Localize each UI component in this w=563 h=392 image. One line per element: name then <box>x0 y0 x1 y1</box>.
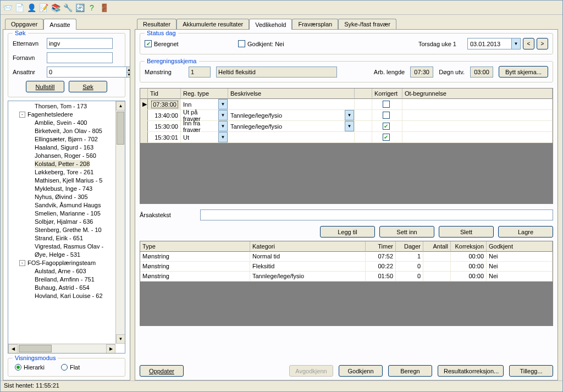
tab-ansatte[interactable]: Ansatte <box>43 19 76 30</box>
tree-item[interactable]: Øye, Helge - 531 <box>8 251 125 259</box>
tree-hscroll[interactable]: ◀ ▶ <box>8 344 115 353</box>
lagre-button[interactable]: Lagre <box>498 226 553 238</box>
tab-oppgaver[interactable]: Oppgaver <box>5 19 43 29</box>
radio-hierarki[interactable]: Hierarki <box>15 364 45 371</box>
chevron-down-icon[interactable]: ▼ <box>345 121 354 131</box>
tree-item[interactable]: -FOS-Fagopplæringsteam <box>8 259 125 267</box>
tree-item[interactable]: Thorsen, Tom - 173 <box>8 102 125 111</box>
tree-item[interactable]: Vigrestad, Rasmus Olav - <box>8 242 125 251</box>
user-icon[interactable]: 👤 <box>27 3 36 12</box>
tree-item[interactable]: Sandvik, Åsmund Haugs <box>8 201 125 209</box>
godkjent-checkbox[interactable]: Godkjent: Nei <box>238 40 418 47</box>
bytt-skjema-button[interactable]: Bytt skjema... <box>499 66 548 78</box>
tree-item[interactable]: Haaland, Sigurd - 163 <box>8 143 125 152</box>
tree-item[interactable]: Amblie, Svein - 400 <box>8 119 125 127</box>
beregn-button[interactable]: Beregn <box>388 365 432 377</box>
chevron-down-icon[interactable]: ▼ <box>345 110 354 120</box>
slett-button[interactable]: Slett <box>439 226 494 238</box>
tab-akkumulerte[interactable]: Akkumulerte resultater <box>176 19 249 29</box>
col2-godkjent[interactable]: Godkjent <box>487 241 553 252</box>
chevron-down-icon[interactable]: ▼ <box>218 99 228 109</box>
chevron-down-icon[interactable]: ▼ <box>218 110 228 120</box>
korrigert-checkbox[interactable]: ✔ <box>383 134 390 141</box>
col-regtype[interactable]: Reg. type <box>181 89 228 99</box>
regtype-combo[interactable]: Ut på fravær▼ <box>181 110 228 120</box>
etternavn-input[interactable] <box>47 38 113 49</box>
date-next-button[interactable]: > <box>537 38 548 49</box>
tree-item[interactable]: Stenberg, Grethe M. - 10 <box>8 226 125 234</box>
grid-row[interactable]: 15:30:01Ut▼✔ <box>140 132 553 143</box>
scroll-down-icon[interactable]: ▼ <box>116 334 125 344</box>
edit-form-icon[interactable]: 📝 <box>39 3 48 12</box>
col2-timer[interactable]: Timer <box>366 241 396 252</box>
ansattnr-spinner[interactable]: ▲▼ <box>126 67 130 78</box>
help-icon[interactable]: ? <box>87 3 96 12</box>
regtype-combo[interactable]: Ut▼ <box>181 132 228 142</box>
godkjenn-button[interactable]: Godkjenn <box>339 365 383 377</box>
exit-icon[interactable]: 🚪 <box>100 3 108 12</box>
wrench-icon[interactable]: 🔧 <box>63 3 72 12</box>
book-icon[interactable]: 📚 <box>51 3 60 12</box>
tree-item[interactable]: Hovland, Kari Louise - 62 <box>8 292 125 300</box>
nullstill-button[interactable]: Nullstill <box>26 81 64 92</box>
tree-item[interactable]: Johansen, Roger - 560 <box>8 152 125 160</box>
tab-resultater[interactable]: Resultater <box>137 19 176 29</box>
arsak-input[interactable] <box>200 209 553 220</box>
oppdater-button[interactable]: Oppdater <box>140 365 184 377</box>
beskrivelse-combo[interactable]: Tannlege/lege/fysio▼ <box>228 121 354 131</box>
tab-fravaersplan[interactable]: Fraværsplan <box>292 19 338 29</box>
beregnet-checkbox[interactable]: ✔Beregnet <box>145 40 238 47</box>
date-prev-button[interactable]: < <box>523 38 534 49</box>
fornavn-input[interactable] <box>47 52 113 63</box>
tree-item[interactable]: Strand, Eirik - 651 <box>8 234 125 242</box>
tree-item[interactable]: Smelien, Marianne - 105 <box>8 209 125 218</box>
new-icon[interactable]: 📄 <box>15 3 24 12</box>
summary-row[interactable]: MønstringFleksitid00:22000:00Nei <box>140 262 553 272</box>
tree-item[interactable]: Buhaug, Astrid - 654 <box>8 284 125 292</box>
scroll-right-icon[interactable]: ▶ <box>106 344 115 354</box>
korrigert-checkbox[interactable]: ✔ <box>383 123 390 130</box>
col2-korreksjon[interactable]: Korreksjon <box>451 241 487 252</box>
col-korrigert[interactable]: Korrigert <box>372 89 402 99</box>
ansattnr-input[interactable] <box>47 67 126 78</box>
tillegg-button[interactable]: Tillegg... <box>509 365 553 377</box>
summary-row[interactable]: MønstringTannlege/lege/fysio01:50000:00N… <box>140 272 553 281</box>
tree-item[interactable]: Myklebust, Inge - 743 <box>8 185 125 193</box>
tree-expand-icon[interactable]: - <box>19 260 25 266</box>
chevron-down-icon[interactable]: ▼ <box>511 38 521 49</box>
scroll-left-icon[interactable]: ◀ <box>8 344 18 354</box>
regtype-combo[interactable]: Inn▼ <box>181 99 228 109</box>
col2-dager[interactable]: Dager <box>396 241 423 252</box>
tree-item[interactable]: -Fagenhetsledere <box>8 111 125 119</box>
date-input[interactable] <box>467 38 511 49</box>
col2-kategori[interactable]: Kategori <box>250 241 366 252</box>
beskrivelse-combo[interactable]: Tannlege/lege/fysio▼ <box>228 110 354 120</box>
tree-item[interactable]: Breiland, Arnfinn - 751 <box>8 275 125 284</box>
chevron-down-icon[interactable]: ▼ <box>218 132 228 142</box>
settinn-button[interactable]: Sett inn <box>379 226 434 238</box>
radio-flat[interactable]: Flat <box>61 364 80 371</box>
tree-expand-icon[interactable]: - <box>19 112 25 118</box>
summary-row[interactable]: MønstringNormal tid07:52100:00Nei <box>140 252 553 262</box>
col-beskrivelse[interactable]: Beskrivelse <box>228 89 355 99</box>
tree-item[interactable]: Løkkeberg, Tore - 261 <box>8 168 125 176</box>
tree-item[interactable]: Mathisen, Kjell Marius - 5 <box>8 176 125 185</box>
tree-item[interactable]: Kolstad, Petter - 208 <box>8 160 125 168</box>
tree-item[interactable]: Aulstad, Arne - 603 <box>8 267 125 275</box>
mail-icon[interactable]: 📨 <box>3 3 12 12</box>
tab-vedlikehold[interactable]: Vedlikehold <box>249 19 292 30</box>
tree-vscroll[interactable]: ▲ ▼ <box>115 101 125 344</box>
col-tid[interactable]: Tid <box>148 89 181 99</box>
scroll-up-icon[interactable]: ▲ <box>116 101 125 111</box>
tab-sykefast[interactable]: Syke-/fast fravær <box>338 19 396 29</box>
resultatkorreksjon-button[interactable]: Resultatkorreksjon... <box>438 365 504 377</box>
leggtil-button[interactable]: Legg til <box>320 226 375 238</box>
sok-button[interactable]: Søk <box>69 81 107 92</box>
date-picker[interactable]: ▼ <box>467 38 521 49</box>
col2-type[interactable]: Type <box>140 241 250 252</box>
col-otbegrunnelse[interactable]: Ot-begrunnelse <box>402 89 553 99</box>
korrigert-checkbox[interactable] <box>383 101 390 108</box>
tree-item[interactable]: Birketveit, Jon Olav - 805 <box>8 127 125 135</box>
chevron-down-icon[interactable]: ▼ <box>218 121 228 131</box>
grid-row[interactable]: 15:30:00Inn fra fravær▼Tannlege/lege/fys… <box>140 121 553 132</box>
